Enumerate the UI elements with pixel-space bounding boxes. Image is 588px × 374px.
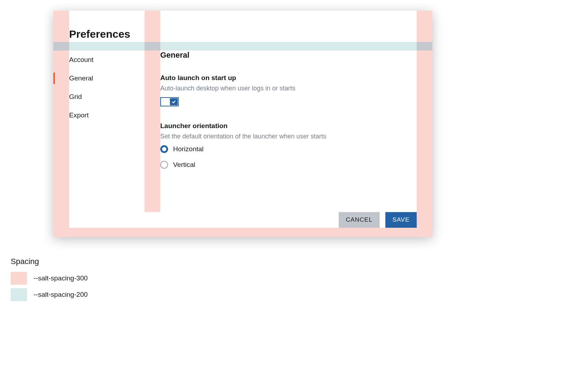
spacing-row-mid (53, 196, 432, 212)
body-row: Account General Grid Export General Auto (53, 51, 432, 196)
sidebar-item-label: Export (69, 111, 89, 119)
field-help: Auto-launch desktop when user logs in or… (160, 85, 417, 92)
legend-item-200: --salt-spacing-200 (11, 288, 577, 301)
sidebar-item-general[interactable]: General (69, 69, 145, 88)
field-auto-launch: Auto launch on start up Auto-launch desk… (160, 74, 417, 106)
preferences-dialog: Preferences Account General (53, 11, 432, 237)
spacing-row-bottom (53, 228, 432, 237)
field-orientation: Launcher orientation Set the default ori… (160, 122, 417, 169)
auto-launch-switch[interactable] (160, 97, 179, 106)
legend-token-label: --salt-spacing-200 (33, 291, 88, 299)
field-help: Set the default orientation of the launc… (160, 133, 417, 140)
radio-icon (160, 161, 168, 169)
legend-title: Spacing (11, 257, 577, 266)
field-label: Auto launch on start up (160, 74, 417, 82)
legend-swatch (11, 272, 27, 285)
title-row: Preferences (53, 26, 432, 42)
checkmark-icon (171, 99, 176, 104)
spacing-row-200 (53, 42, 432, 51)
sidebar-item-label: Account (69, 56, 94, 64)
footer-row: CANCEL SAVE (53, 212, 432, 228)
sidebar-item-label: Grid (69, 93, 82, 101)
radio-label: Vertical (173, 161, 195, 169)
spacing-legend: Spacing --salt-spacing-300 --salt-spacin… (11, 257, 577, 301)
save-button[interactable]: SAVE (385, 212, 417, 228)
sidebar-item-export[interactable]: Export (69, 106, 145, 125)
section-heading: General (160, 51, 417, 60)
page-title: Preferences (69, 28, 130, 40)
switch-knob (170, 98, 178, 105)
spacing-row-top (53, 11, 432, 26)
legend-token-label: --salt-spacing-300 (33, 274, 88, 282)
legend-swatch (11, 288, 27, 301)
orientation-radio-horizontal[interactable]: Horizontal (160, 145, 417, 153)
field-label: Launcher orientation (160, 122, 417, 130)
radio-label: Horizontal (173, 145, 204, 153)
cancel-button[interactable]: CANCEL (339, 212, 380, 228)
orientation-radio-vertical[interactable]: Vertical (160, 161, 417, 169)
radio-icon (160, 145, 168, 153)
sidebar-item-grid[interactable]: Grid (69, 88, 145, 106)
sidebar-item-account[interactable]: Account (69, 51, 145, 69)
content-panel: General Auto launch on start up Auto-lau… (160, 51, 417, 196)
legend-item-300: --salt-spacing-300 (11, 272, 577, 285)
sidebar-item-label: General (69, 74, 93, 82)
sidebar-nav: Account General Grid Export (69, 51, 145, 196)
